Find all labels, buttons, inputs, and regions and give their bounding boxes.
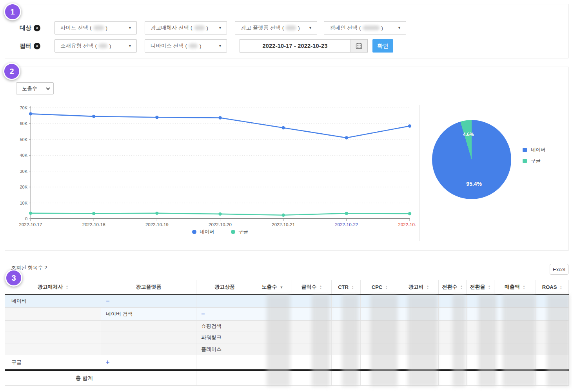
redacted-cell	[494, 308, 536, 321]
svg-text:20K: 20K	[20, 185, 27, 189]
expand-icon[interactable]: +	[106, 359, 109, 365]
masked-value	[194, 25, 205, 30]
media-cell	[5, 308, 101, 321]
pie-label-major: 95.4%	[466, 181, 482, 187]
target-row-label: 대상 >	[20, 24, 40, 32]
column-header-5[interactable]: CTR▲▼	[332, 280, 361, 294]
legend-item-google: 구글	[523, 158, 546, 164]
column-header-6[interactable]: CPC▲▼	[361, 280, 399, 294]
legend-item-google: 구글	[231, 229, 248, 235]
table-row: 네이버−	[5, 294, 569, 308]
calendar-icon-button[interactable]	[350, 40, 367, 52]
column-header-8[interactable]: 전환수▲▼	[439, 280, 467, 294]
column-header-1: 광고플랫폼	[101, 280, 196, 294]
column-header-4[interactable]: 클릭수▲▼	[292, 280, 332, 294]
redacted-cell	[439, 294, 467, 308]
campaign-select[interactable]: 캠페인 선택 () ▼	[324, 21, 406, 34]
redacted-cell	[467, 308, 494, 321]
column-header-7[interactable]: 광고비▲▼	[399, 280, 439, 294]
table-row: 파워링크	[5, 332, 569, 343]
caret-down-icon: ▼	[218, 44, 222, 48]
redacted-cell	[332, 355, 361, 370]
caret-down-icon: ▼	[309, 26, 312, 30]
column-header-11[interactable]: ROAS▲▼	[536, 280, 569, 294]
sort-icon: ▲▼	[427, 285, 429, 289]
footer-cell	[332, 370, 361, 386]
dashboard-page: 대상 > 필터 > 사이트 선택 () ▼ 광고매체사 선택 () ▼ 광고 플…	[0, 0, 572, 392]
chevron-right-circle-icon: >	[34, 25, 40, 31]
table-footer-row: 총 합계	[5, 370, 569, 386]
caret-down-icon: ▼	[398, 26, 401, 30]
excel-export-button[interactable]: Excel	[550, 264, 568, 275]
confirm-button[interactable]: 확인	[372, 39, 393, 53]
redacted-cell	[399, 332, 439, 343]
redacted-cell	[467, 321, 494, 332]
platform-cell[interactable]: +	[101, 355, 196, 370]
chevron-down-icon	[46, 86, 50, 90]
footer-cell	[292, 370, 332, 386]
sort-icon: ▲▼	[559, 285, 562, 290]
redacted-cell	[494, 321, 536, 332]
sort-icon: ▲▼	[351, 285, 354, 290]
site-select[interactable]: 사이트 선택 () ▼	[54, 21, 137, 34]
redacted-cell	[494, 355, 536, 370]
svg-text:2022-10-19: 2022-10-19	[145, 222, 169, 227]
redacted-cell	[399, 343, 439, 355]
redacted-cell	[439, 355, 467, 370]
redacted-cell	[467, 355, 494, 370]
column-header-9[interactable]: 전환율▲▼	[467, 280, 494, 294]
redacted-cell	[399, 308, 439, 321]
redacted-cell	[494, 343, 536, 355]
redacted-cell	[439, 308, 467, 321]
footer-cell	[196, 370, 253, 386]
date-range-picker[interactable]: 2022-10-17 - 2022-10-23	[240, 39, 368, 53]
redacted-cell	[439, 332, 467, 343]
collapse-icon[interactable]: −	[201, 310, 205, 317]
column-header-3[interactable]: 노출수▼	[253, 280, 292, 294]
report-table-wrapper: 광고매체사▲▼광고플랫폼광고상품노출수▼클릭수▲▼CTR▲▼CPC▲▼광고비▲▼…	[5, 280, 568, 386]
filter-panel: 대상 > 필터 > 사이트 선택 () ▼ 광고매체사 선택 () ▼ 광고 플…	[5, 4, 568, 58]
pie-chart-legend: 네이버 구글	[523, 147, 546, 164]
product-cell	[196, 294, 253, 308]
redacted-cell	[494, 332, 536, 343]
media-select[interactable]: 광고매체사 선택 () ▼	[145, 21, 227, 34]
device-select[interactable]: 디바이스 선택 () ▼	[145, 39, 227, 53]
redacted-cell	[361, 332, 399, 343]
annotation-badge-2: 2	[3, 63, 20, 80]
legend-dot-icon	[231, 230, 235, 234]
svg-text:30K: 30K	[20, 169, 27, 174]
redacted-cell	[536, 332, 569, 343]
svg-text:10K: 10K	[20, 201, 27, 205]
media-cell: 구글	[5, 355, 101, 370]
table-row: 구글+	[5, 355, 569, 370]
platform-cell	[101, 343, 196, 355]
platform-select[interactable]: 광고 플랫폼 선택 () ▼	[235, 21, 317, 34]
column-header-2: 광고상품	[196, 280, 253, 294]
redacted-cell	[399, 321, 439, 332]
metric-select[interactable]: 노출수	[16, 82, 54, 94]
caret-down-icon: ▼	[218, 26, 222, 30]
product-cell[interactable]: −	[196, 308, 253, 321]
redacted-cell	[467, 294, 494, 308]
redacted-cell	[536, 355, 569, 370]
redacted-cell	[361, 321, 399, 332]
column-header-10[interactable]: 매출액▲▼	[494, 280, 536, 294]
footer-cell	[101, 370, 196, 386]
svg-text:40K: 40K	[20, 153, 27, 158]
redacted-cell	[292, 321, 332, 332]
redacted-cell	[253, 294, 292, 308]
redacted-cell	[292, 332, 332, 343]
collapse-icon[interactable]: −	[106, 298, 109, 304]
calendar-icon	[356, 43, 362, 49]
legend-dot-icon	[192, 230, 196, 234]
creative-type-select[interactable]: 소재유형 선택 () ▼	[54, 39, 137, 53]
footer-cell	[494, 370, 536, 386]
svg-text:0: 0	[25, 216, 27, 221]
redacted-cell	[494, 294, 536, 308]
footer-cell	[361, 370, 399, 386]
platform-cell[interactable]: −	[101, 294, 196, 308]
redacted-cell	[536, 321, 569, 332]
sort-icon: ▲▼	[320, 285, 322, 289]
line-chart: 010K20K30K40K50K60K70K2022-10-172022-10-…	[12, 104, 416, 235]
redacted-cell	[332, 321, 361, 332]
